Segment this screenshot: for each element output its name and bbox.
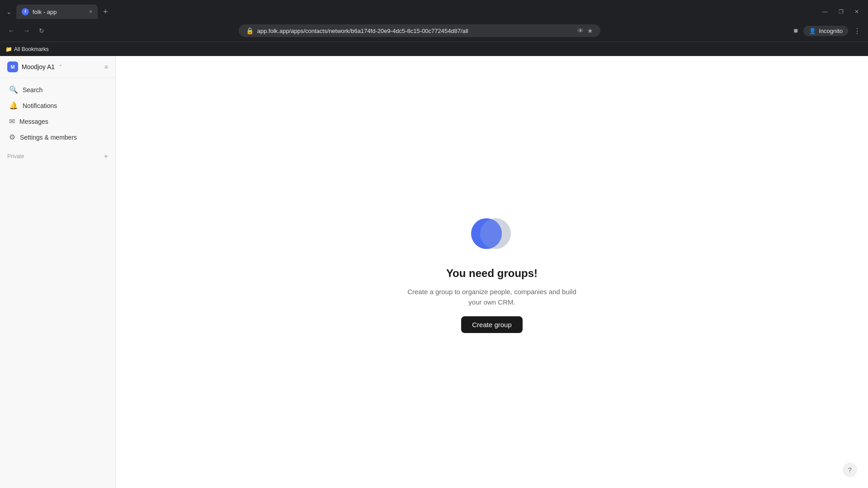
search-icon: 🔍 xyxy=(9,85,18,94)
new-tab-button[interactable]: + xyxy=(99,5,112,19)
notifications-icon: 🔔 xyxy=(9,101,18,110)
active-tab[interactable]: f folk - app × xyxy=(16,5,98,19)
lock-icon: 🔒 xyxy=(246,27,254,34)
add-private-item-button[interactable]: + xyxy=(104,152,108,160)
tab-favicon: f xyxy=(22,8,29,15)
private-section: Private + xyxy=(0,149,115,164)
extensions-icon[interactable]: ■ xyxy=(792,25,800,37)
bookmark-icon[interactable]: ★ xyxy=(587,27,593,34)
sidebar-menu-icon[interactable]: ≡ xyxy=(104,63,108,70)
back-button[interactable]: ← xyxy=(5,24,17,37)
maximize-button[interactable]: ❐ xyxy=(833,6,849,18)
bookmarks-bar: 📁 All Bookmarks xyxy=(0,42,868,56)
empty-illustration xyxy=(469,211,514,256)
minimize-button[interactable]: — xyxy=(817,6,833,18)
workspace-avatar: M xyxy=(7,61,18,72)
help-button[interactable]: ? xyxy=(843,463,857,477)
sidebar-item-notifications-label: Notifications xyxy=(23,102,57,109)
sidebar: M Moodjoy A1 ⌃ ≡ 🔍 Search 🔔 Notification… xyxy=(0,56,116,488)
reload-button[interactable]: ↻ xyxy=(36,24,47,37)
address-bar-icons: 👁︎ ★ xyxy=(577,27,593,34)
app-container: M Moodjoy A1 ⌃ ≡ 🔍 Search 🔔 Notification… xyxy=(0,56,868,488)
tab-close-button[interactable]: × xyxy=(89,9,92,15)
forward-button[interactable]: → xyxy=(21,24,33,37)
toolbar-right: ■ 👤 Incognito ⋮ xyxy=(792,25,863,37)
empty-state: You need groups! Create a group to organ… xyxy=(401,211,582,333)
sidebar-item-settings[interactable]: ⚙ Settings & members xyxy=(2,129,113,145)
tab-bar: ⌄ f folk - app × + — ❐ ✕ xyxy=(0,0,868,20)
main-content: You need groups! Create a group to organ… xyxy=(116,56,868,488)
window-controls: — ❐ ✕ xyxy=(817,6,864,18)
address-bar-row: ← → ↻ 🔒 app.folk.app/apps/contacts/netwo… xyxy=(0,20,868,42)
incognito-icon: 👤 xyxy=(809,28,816,34)
close-button[interactable]: ✕ xyxy=(849,6,864,18)
sidebar-item-search-label: Search xyxy=(23,86,42,94)
private-label: Private xyxy=(7,153,24,160)
empty-state-description: Create a group to organize people, compa… xyxy=(401,287,582,307)
workspace-name[interactable]: M Moodjoy A1 ⌃ xyxy=(7,61,63,72)
sidebar-header: M Moodjoy A1 ⌃ ≡ xyxy=(0,56,115,78)
workspace-label: Moodjoy A1 xyxy=(22,63,55,70)
all-bookmarks-link[interactable]: 📁 All Bookmarks xyxy=(5,46,49,52)
sidebar-item-messages[interactable]: ✉ Messages xyxy=(2,113,113,129)
eye-slash-icon[interactable]: 👁︎ xyxy=(577,27,584,34)
settings-icon: ⚙ xyxy=(9,133,15,141)
tab-dropdown-arrow[interactable]: ⌄ xyxy=(4,6,14,17)
url-display: app.folk.app/apps/contacts/network/b6a17… xyxy=(257,28,574,34)
bookmarks-folder-icon: 📁 xyxy=(5,46,12,52)
sidebar-nav: 🔍 Search 🔔 Notifications ✉ Messages ⚙ Se… xyxy=(0,78,115,149)
workspace-caret-icon: ⌃ xyxy=(58,64,63,70)
browser-chrome: ⌄ f folk - app × + — ❐ ✕ ← → ↻ 🔒 app.fol… xyxy=(0,0,868,56)
address-bar[interactable]: 🔒 app.folk.app/apps/contacts/network/b6a… xyxy=(239,24,600,37)
messages-icon: ✉ xyxy=(9,117,15,126)
incognito-label: Incognito xyxy=(819,28,843,34)
tab-bar-left: ⌄ f folk - app × + xyxy=(4,5,112,19)
sidebar-item-notifications[interactable]: 🔔 Notifications xyxy=(2,98,113,113)
tab-title: folk - app xyxy=(33,9,85,15)
empty-state-title: You need groups! xyxy=(446,267,538,280)
create-group-button[interactable]: Create group xyxy=(461,316,523,333)
sidebar-item-settings-label: Settings & members xyxy=(20,134,77,141)
sidebar-item-search[interactable]: 🔍 Search xyxy=(2,82,113,98)
incognito-button[interactable]: 👤 Incognito xyxy=(803,26,848,36)
private-section-label: Private + xyxy=(7,152,108,160)
more-options-icon[interactable]: ⋮ xyxy=(852,25,863,37)
sidebar-item-messages-label: Messages xyxy=(19,118,48,125)
bookmarks-label: All Bookmarks xyxy=(14,46,49,52)
